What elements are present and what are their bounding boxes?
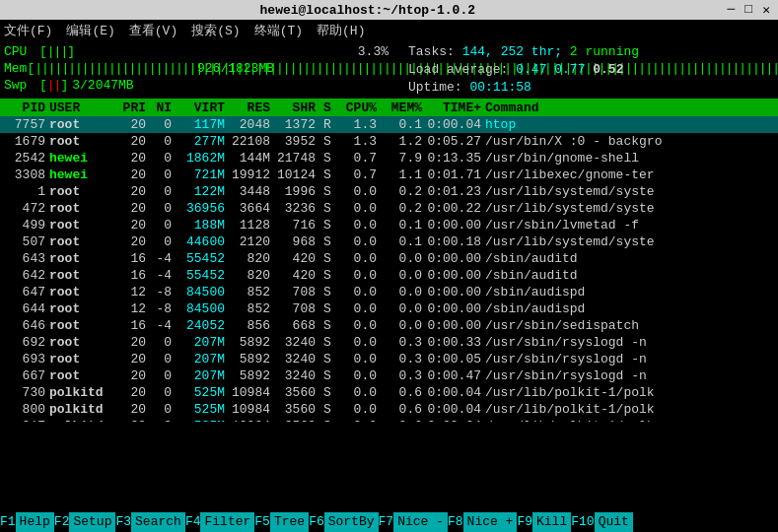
table-row[interactable]: 642 root 16 -4 55452 820 420 S 0.0 0.0 0…	[0, 267, 778, 284]
table-row[interactable]: 644 root 12 -8 84500 852 708 S 0.0 0.0 0…	[0, 300, 778, 317]
fn-label-filter[interactable]: Filter	[200, 512, 254, 532]
table-row[interactable]: 730 polkitd 20 0 525M 10984 3560 S 0.0 0…	[0, 384, 778, 401]
proc-mem: 0.1	[381, 217, 426, 233]
table-row[interactable]: 1679 root 20 0 277M 22108 3952 S 1.3 1.2…	[0, 133, 778, 150]
proc-cpu: 0.0	[335, 317, 381, 334]
header-pri[interactable]: PRI	[114, 100, 150, 115]
proc-user: root	[49, 367, 114, 384]
fn-label-nice +[interactable]: Nice +	[463, 512, 518, 532]
fn-label-nice -[interactable]: Nice -	[393, 512, 448, 532]
menu-search[interactable]: 搜索(S)	[191, 22, 240, 39]
fn-label-kill[interactable]: Kill	[532, 512, 571, 532]
table-row[interactable]: 499 root 20 0 188M 1128 716 S 0.0 0.1 0:…	[0, 217, 778, 233]
proc-pid: 1	[4, 183, 49, 200]
proc-time: 0:00.33	[426, 334, 485, 351]
proc-s: S	[319, 217, 335, 233]
proc-shr: 1996	[274, 183, 319, 200]
table-row[interactable]: 1 root 20 0 122M 3448 1996 S 0.0 0.2 0:0…	[0, 183, 778, 200]
fn-key-f7: F7	[379, 512, 394, 532]
proc-shr: 968	[274, 233, 319, 250]
proc-user: polkitd	[49, 384, 114, 401]
table-row[interactable]: 647 root 12 -8 84500 852 708 S 0.0 0.0 0…	[0, 284, 778, 300]
minimize-button[interactable]: ─	[728, 2, 736, 18]
menu-edit[interactable]: 编辑(E)	[66, 22, 114, 39]
header-mem[interactable]: MEM%	[381, 100, 426, 115]
table-row[interactable]: 472 root 20 0 36956 3664 3236 S 0.0 0.2 …	[0, 200, 778, 217]
proc-res: 5892	[229, 334, 274, 351]
meters-section: CPU [ ||| ] 3.3% Mem [ |||||||||||||||||…	[4, 43, 389, 97]
proc-virt: 721M	[176, 166, 229, 183]
fn-label-tree[interactable]: Tree	[270, 512, 309, 532]
menu-view[interactable]: 查看(V)	[129, 22, 177, 39]
header-pid[interactable]: PID	[4, 100, 49, 115]
proc-res: 820	[229, 250, 274, 267]
proc-time: 0:00.04	[426, 384, 485, 401]
proc-pri: 20	[114, 367, 150, 384]
proc-user: root	[49, 133, 114, 150]
proc-mem: 0.2	[381, 183, 426, 200]
proc-user: root	[49, 250, 114, 267]
proc-user: hewei	[49, 166, 114, 183]
table-row[interactable]: 646 root 16 -4 24052 856 668 S 0.0 0.0 0…	[0, 317, 778, 334]
cpu-label: CPU	[4, 44, 39, 60]
fn-key-f3: F3	[115, 512, 131, 532]
proc-res: 2048	[229, 116, 274, 133]
proc-s: S	[319, 200, 335, 217]
fn-label-sortby[interactable]: SortBy	[324, 512, 379, 532]
uptime-label: Uptime:	[408, 80, 462, 95]
header-cmd[interactable]: Command	[485, 100, 774, 115]
proc-res: 22108	[229, 133, 274, 150]
fn-key-f4: F4	[185, 512, 201, 532]
proc-virt: 122M	[176, 183, 229, 200]
header-shr[interactable]: SHR	[274, 100, 319, 115]
proc-shr: 708	[274, 284, 319, 300]
proc-ni: -4	[150, 267, 176, 284]
proc-time: 0:00.18	[426, 233, 485, 250]
proc-mem: 0.3	[381, 334, 426, 351]
menu-terminal[interactable]: 终端(T)	[254, 22, 303, 39]
table-row[interactable]: 7757 root 20 0 117M 2048 1372 R 1.3 0.1 …	[0, 116, 778, 133]
header-res[interactable]: RES	[229, 100, 274, 115]
header-s[interactable]: S	[319, 100, 335, 115]
proc-cmd: /usr/lib/systemd/syste	[485, 200, 774, 217]
maximize-button[interactable]: □	[744, 2, 752, 18]
fn-label-quit[interactable]: Quit	[595, 512, 633, 532]
header-ni[interactable]: NI	[150, 100, 176, 115]
fn-label-help[interactable]: Help	[16, 512, 54, 532]
table-row[interactable]: 693 root 20 0 207M 5892 3240 S 0.0 0.3 0…	[0, 351, 778, 367]
table-row[interactable]: 3308 hewei 20 0 721M 19912 10124 S 0.7 1…	[0, 166, 778, 183]
proc-pid: 693	[4, 351, 49, 367]
proc-user: root	[49, 334, 114, 351]
proc-s: S	[319, 401, 335, 418]
close-button[interactable]: ✕	[762, 2, 770, 18]
header-cpu[interactable]: CPU%	[335, 100, 381, 115]
tasks-label: Tasks:	[408, 44, 455, 59]
header-user[interactable]: USER	[49, 100, 114, 115]
menu-help[interactable]: 帮助(H)	[317, 22, 365, 39]
header-virt[interactable]: VIRT	[176, 100, 229, 115]
stats-area: CPU [ ||| ] 3.3% Mem [ |||||||||||||||||…	[0, 41, 778, 99]
table-row[interactable]: 667 root 20 0 207M 5892 3240 S 0.0 0.3 0…	[0, 367, 778, 384]
proc-time: 0:00.04	[426, 401, 485, 418]
proc-cpu: 0.0	[335, 183, 381, 200]
proc-cmd: /usr/lib/polkit-1/polk	[485, 418, 774, 422]
title-text: hewei@localhost:~/htop-1.0.2	[8, 3, 728, 18]
fn-label-search[interactable]: Search	[131, 512, 185, 532]
table-row[interactable]: 817 polkitd 20 0 525M 10984 3560 S 0.0 0…	[0, 418, 778, 422]
header-time[interactable]: TIME+	[426, 100, 485, 115]
proc-pid: 642	[4, 267, 49, 284]
table-row[interactable]: 692 root 20 0 207M 5892 3240 S 0.0 0.3 0…	[0, 334, 778, 351]
proc-shr: 3240	[274, 351, 319, 367]
fn-label-setup[interactable]: Setup	[69, 512, 115, 532]
menu-file[interactable]: 文件(F)	[4, 22, 52, 39]
table-row[interactable]: 2542 hewei 20 0 1862M 144M 21748 S 0.7 7…	[0, 150, 778, 166]
proc-ni: 0	[150, 133, 176, 150]
proc-res: 10984	[229, 384, 274, 401]
proc-time: 0:00.00	[426, 317, 485, 334]
proc-cpu: 0.7	[335, 150, 381, 166]
table-row[interactable]: 643 root 16 -4 55452 820 420 S 0.0 0.0 0…	[0, 250, 778, 267]
table-row[interactable]: 800 polkitd 20 0 525M 10984 3560 S 0.0 0…	[0, 401, 778, 418]
table-row[interactable]: 507 root 20 0 44600 2120 968 S 0.0 0.1 0…	[0, 233, 778, 250]
proc-mem: 0.1	[381, 233, 426, 250]
proc-res: 5892	[229, 367, 274, 384]
